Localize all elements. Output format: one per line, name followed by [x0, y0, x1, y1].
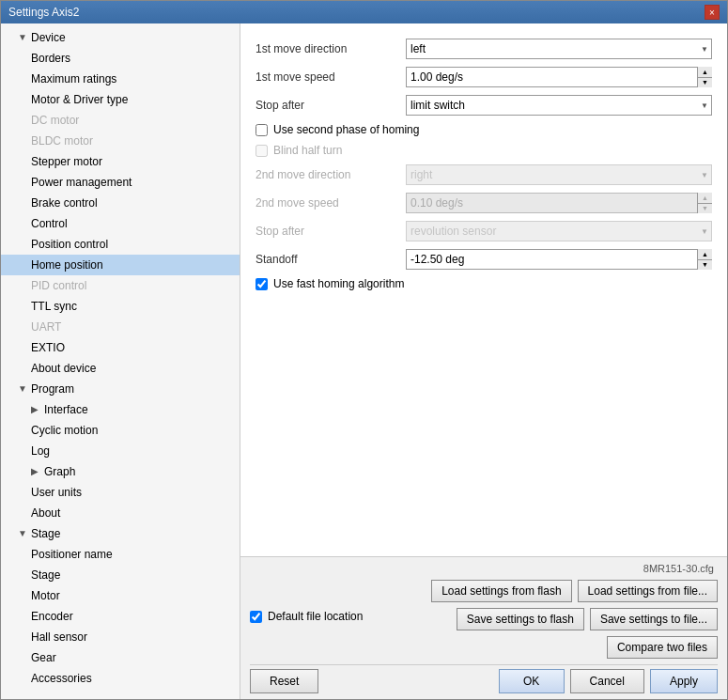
- second-move-speed-spinbuttons: ▲ ▼: [697, 193, 712, 213]
- stop-after-row: Stop after limit switch revolution senso…: [256, 95, 712, 116]
- sidebar-section-program[interactable]: ▼ Program: [1, 379, 240, 399]
- first-move-speed-down[interactable]: ▼: [698, 78, 712, 88]
- first-move-speed-spinner: ▲ ▼: [406, 67, 712, 87]
- save-file-button[interactable]: Save settings to file...: [590, 608, 718, 630]
- file-info: 8MR151-30.cfg: [250, 563, 718, 574]
- sidebar-item-stepper-motor[interactable]: Stepper motor: [1, 151, 240, 172]
- settings-area: 1st move direction left right 1st move s…: [240, 23, 727, 556]
- second-move-speed-spinner: ▲ ▼: [406, 193, 712, 213]
- first-move-direction-dropdown[interactable]: left right: [406, 39, 712, 59]
- sidebar-item-home-position[interactable]: Home position: [1, 255, 240, 275]
- first-move-speed-spinbuttons: ▲ ▼: [697, 67, 712, 87]
- apply-button[interactable]: Apply: [650, 669, 718, 693]
- use-fast-homing-label[interactable]: Use fast homing algorithm: [273, 277, 404, 290]
- sidebar-item-user-units[interactable]: User units: [1, 482, 240, 503]
- program-collapse-icon: ▼: [18, 381, 31, 397]
- window-title: Settings Axis2: [8, 6, 79, 19]
- sidebar-item-extio[interactable]: EXTIO: [1, 337, 240, 358]
- standoff-down[interactable]: ▼: [698, 260, 712, 271]
- stage-collapse-icon: ▼: [18, 525, 31, 542]
- sidebar-item-uart[interactable]: UART: [1, 317, 240, 337]
- sidebar-item-control[interactable]: Control: [1, 213, 240, 234]
- standoff-input[interactable]: [406, 249, 712, 270]
- right-panel: 1st move direction left right 1st move s…: [240, 23, 727, 699]
- sidebar-item-borders[interactable]: Borders: [1, 48, 240, 69]
- blind-half-turn-label: Blind half turn: [273, 144, 342, 157]
- sidebar-item-hall-sensor[interactable]: Hall sensor: [1, 627, 240, 647]
- first-move-speed-row: 1st move speed ▲ ▼: [256, 67, 712, 87]
- standoff-label: Standoff: [256, 253, 406, 266]
- collapse-icon: ▼: [18, 29, 31, 46]
- second-move-speed-up[interactable]: ▲: [698, 193, 712, 204]
- save-flash-button[interactable]: Save settings to flash: [457, 608, 584, 630]
- stop-after-2nd-label: Stop after: [256, 225, 406, 238]
- blind-half-turn-checkbox[interactable]: [256, 145, 268, 157]
- second-move-direction-dropdown[interactable]: right left: [406, 164, 712, 185]
- sidebar-item-gear[interactable]: Gear: [1, 647, 240, 668]
- standoff-up[interactable]: ▲: [698, 249, 712, 260]
- settings-buttons-row-2: Default file location Save settings to f…: [250, 608, 718, 630]
- sidebar-item-log[interactable]: Log: [1, 441, 240, 461]
- title-bar: Settings Axis2 ×: [1, 1, 727, 23]
- sidebar-item-dc-motor[interactable]: DC motor: [1, 110, 240, 131]
- first-move-direction-dropdown-wrapper: left right: [406, 39, 712, 59]
- main-content: ▼ Device Borders Maximum ratings Motor &…: [1, 23, 727, 699]
- first-move-speed-input[interactable]: [406, 67, 712, 87]
- sidebar-item-position-control[interactable]: Position control: [1, 234, 240, 255]
- interface-arrow-icon: ▶: [31, 401, 44, 418]
- second-move-direction-label: 2nd move direction: [256, 168, 406, 181]
- sidebar-section-program-label: Program: [31, 381, 74, 397]
- load-file-button[interactable]: Load settings from file...: [578, 580, 718, 602]
- use-second-phase-label[interactable]: Use second phase of homing: [273, 123, 419, 136]
- reset-button[interactable]: Reset: [250, 669, 318, 693]
- compare-button[interactable]: Compare two files: [607, 636, 718, 659]
- settings-buttons-row-1: Load settings from flash Load settings f…: [250, 580, 718, 602]
- sidebar-item-motor-driver[interactable]: Motor & Driver type: [1, 89, 240, 110]
- sidebar-item-brake-control[interactable]: Brake control: [1, 193, 240, 213]
- ok-button[interactable]: OK: [499, 669, 565, 693]
- stop-after-dropdown[interactable]: limit switch revolution sensor: [406, 95, 712, 116]
- default-file-label[interactable]: Default file location: [268, 610, 363, 623]
- first-move-direction-row: 1st move direction left right: [256, 39, 712, 59]
- sidebar-item-accessories[interactable]: Accessories: [1, 668, 240, 689]
- sidebar-item-positioner-name[interactable]: Positioner name: [1, 544, 240, 565]
- sidebar-item-interface[interactable]: ▶ Interface: [1, 399, 240, 420]
- stop-after-label: Stop after: [256, 99, 406, 112]
- sidebar-item-pid-control[interactable]: PID control: [1, 275, 240, 296]
- use-second-phase-checkbox[interactable]: [256, 124, 268, 136]
- default-file-checkbox[interactable]: [250, 611, 262, 623]
- standoff-row: Standoff ▲ ▼: [256, 249, 712, 270]
- sidebar-item-graph[interactable]: ▶ Graph: [1, 461, 240, 482]
- main-window: Settings Axis2 × ▼ Device Borders Maximu…: [0, 0, 728, 700]
- sidebar-section-stage[interactable]: ▼ Stage: [1, 523, 240, 544]
- sidebar-item-about[interactable]: About: [1, 503, 240, 523]
- second-move-speed-input[interactable]: [406, 193, 712, 213]
- sidebar-section-device[interactable]: ▼ Device: [1, 27, 240, 48]
- sidebar-item-encoder[interactable]: Encoder: [1, 606, 240, 627]
- use-fast-homing-checkbox[interactable]: [256, 278, 268, 290]
- cancel-button[interactable]: Cancel: [570, 669, 644, 693]
- second-move-speed-down[interactable]: ▼: [698, 204, 712, 214]
- sidebar-item-ttl-sync[interactable]: TTL sync: [1, 296, 240, 317]
- action-buttons: Reset OK Cancel Apply: [250, 664, 718, 693]
- sidebar-item-power-management[interactable]: Power management: [1, 172, 240, 193]
- sidebar-section-device-label: Device: [31, 29, 66, 46]
- sidebar-item-motor[interactable]: Motor: [1, 585, 240, 606]
- sidebar-item-about-device[interactable]: About device: [1, 358, 240, 379]
- sidebar-item-maximum-ratings[interactable]: Maximum ratings: [1, 69, 240, 89]
- sidebar: ▼ Device Borders Maximum ratings Motor &…: [1, 23, 240, 699]
- first-move-direction-label: 1st move direction: [256, 42, 406, 55]
- sidebar-item-stage[interactable]: Stage: [1, 565, 240, 585]
- sidebar-item-bldc-motor[interactable]: BLDC motor: [1, 131, 240, 151]
- blind-half-turn-row: Blind half turn: [256, 144, 712, 157]
- first-move-speed-label: 1st move speed: [256, 70, 406, 84]
- sidebar-item-cyclic-motion[interactable]: Cyclic motion: [1, 420, 240, 441]
- second-move-direction-row: 2nd move direction right left: [256, 164, 712, 185]
- load-flash-button[interactable]: Load settings from flash: [431, 580, 571, 602]
- first-move-speed-up[interactable]: ▲: [698, 67, 712, 78]
- second-move-speed-row: 2nd move speed ▲ ▼: [256, 193, 712, 213]
- default-file-row: Default file location: [250, 608, 363, 625]
- close-button[interactable]: ×: [705, 5, 720, 20]
- stop-after-2nd-dropdown[interactable]: revolution sensor limit switch: [406, 221, 712, 241]
- second-move-direction-dropdown-wrapper: right left: [406, 164, 712, 185]
